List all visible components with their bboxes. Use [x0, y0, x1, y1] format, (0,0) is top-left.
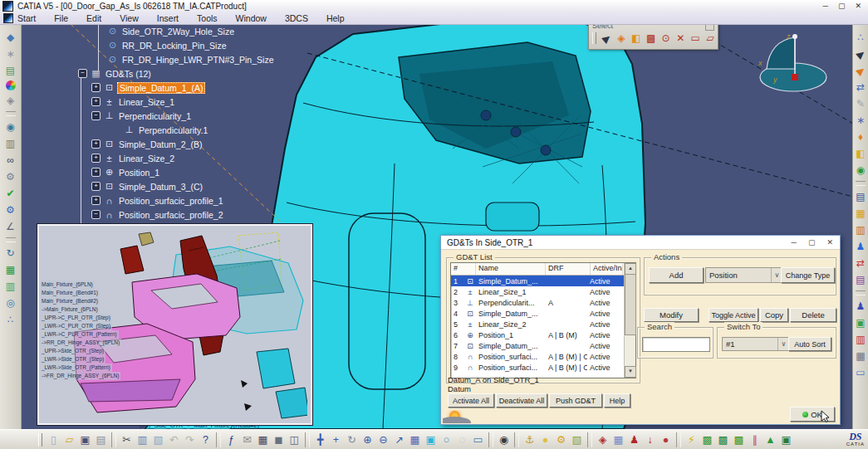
toolbar-grip[interactable] [592, 32, 596, 44]
tree-expander[interactable]: + [91, 182, 101, 191]
row-name[interactable]: Perpendicularit... [476, 299, 546, 307]
chart-view-icon[interactable]: ▥ [4, 280, 17, 293]
table-row[interactable]: 5 ± Linear_Size_2 Active [451, 319, 624, 329]
formula-icon[interactable]: ƒ [224, 432, 238, 447]
color-bars-icon[interactable]: ∥ [748, 432, 762, 447]
menu-item[interactable]: 3DCS [285, 13, 308, 23]
inset-tree-label[interactable]: _LWR->C_PLR_OTR_(Pattern) [40, 330, 119, 339]
dialog-close-button[interactable]: ✕ [826, 238, 833, 246]
inset-tree-label[interactable]: _LWR->Side_OTR_(Pattern) [40, 364, 112, 372]
tree-item[interactable]: − ∩ Position_surfacic_profile_2 [76, 207, 275, 222]
tree-item-label[interactable]: FR_DR_Hinge_LWR_PTN#3_Pin_Size [120, 55, 275, 65]
paste-icon[interactable]: ▧ [151, 432, 165, 447]
inset-tree-label[interactable]: _UPR->Side_OTR_(Step) [40, 347, 105, 355]
save-analysis-icon[interactable]: ↻ [4, 246, 17, 260]
chart-green-icon[interactable]: ▦ [4, 263, 17, 276]
toggle-active-button[interactable]: Toggle Active [709, 308, 758, 322]
tree-item-label[interactable]: Simple_Datum_3_(C) [117, 182, 204, 192]
tree-item-label[interactable]: Linear_Size_2 [117, 154, 176, 163]
import-icon[interactable]: ↓ [643, 432, 657, 447]
separator[interactable] [6, 237, 16, 242]
tree-item[interactable]: ⊙ Side_OTR_2Way_Hole_Size [76, 24, 275, 38]
table-scrollbar[interactable]: ▲ ▼ [624, 263, 635, 378]
selection-sets-icon[interactable]: ◈ [615, 32, 628, 45]
render-icon[interactable]: ▧ [570, 432, 584, 447]
quick-select-icon[interactable]: ◧ [630, 32, 643, 45]
whats-this-icon[interactable]: ? [199, 432, 213, 447]
tree-expander[interactable]: + [91, 139, 101, 149]
row-name[interactable]: Position_surfaci... [476, 364, 546, 372]
delete-button[interactable]: Delete [790, 308, 836, 322]
copy-icon[interactable]: ▥ [135, 432, 150, 447]
tree-expander[interactable]: − [91, 210, 101, 219]
separator[interactable] [587, 432, 592, 447]
copy-button[interactable]: Copy [760, 308, 788, 322]
table-row[interactable]: 2 ± Linear_Size_1 Active [451, 286, 624, 297]
scroll-up-icon[interactable]: ▲ [625, 263, 636, 275]
maximize-button[interactable]: ▢ [838, 2, 846, 10]
table-row[interactable]: 6 ⊕ Position_1 A | B (M) Active [451, 329, 624, 340]
box-select-icon[interactable]: ▭ [689, 32, 702, 45]
tools-icon[interactable]: ⚙ [4, 170, 17, 183]
inset-tree-label[interactable]: Main_Fixture_(Bend#1) [40, 289, 100, 297]
film-icon[interactable]: ▦ [854, 349, 867, 363]
tree-item-label[interactable]: RR_DR_Locking_Pin_Size [120, 41, 228, 51]
tree-item-label[interactable]: Simple_Datum_1_(A) [117, 82, 205, 94]
activate-all-button[interactable]: Activate All [448, 393, 494, 408]
tree-expander[interactable]: + [91, 83, 101, 92]
fit-all-icon[interactable]: ╋ [313, 432, 327, 447]
separator[interactable] [488, 432, 493, 447]
row-name[interactable]: Simple_Datum_... [476, 277, 546, 286]
row-name[interactable]: Linear_Size_2 [476, 320, 546, 329]
menu-item[interactable]: File [54, 13, 68, 23]
inset-tree-label[interactable]: _LWR->Side_OTR_(Step) [40, 355, 105, 364]
open-icon[interactable]: ▱ [62, 432, 76, 447]
row-name[interactable]: Position_1 [476, 331, 546, 339]
material-icon[interactable]: ▣ [854, 316, 867, 329]
table-row[interactable]: 1 ⊡ Simple_Datum_... Active [451, 276, 624, 286]
gears-icon[interactable]: ⚙ [4, 203, 17, 217]
tree-item[interactable]: + ∩ Position_surfacic_profile_1 [76, 193, 275, 207]
schematic-icon[interactable]: ▤ [854, 273, 867, 286]
gdt-type-dropdown[interactable]: Position ∨ [705, 267, 783, 283]
selection-filter-icon[interactable]: ▶ [851, 61, 868, 81]
tree-item[interactable]: + ± Linear_Size_1 [76, 95, 275, 109]
tree-item[interactable]: + ⊡ Simple_Datum_2_(B) [76, 137, 275, 151]
anchor-icon[interactable]: ⚓ [522, 432, 537, 447]
tree-expander[interactable]: − [91, 111, 101, 120]
mannequin-icon[interactable]: ♟ [854, 240, 867, 253]
row-name[interactable]: Simple_Datum_... [476, 310, 546, 318]
molecules-icon[interactable]: ∴ [854, 31, 867, 44]
molecules-icon[interactable]: ∴ [4, 313, 17, 326]
tree-item[interactable]: + ± Linear_Size_2 [76, 151, 275, 165]
tree-item-label[interactable]: Position_surfacic_profile_1 [117, 196, 225, 206]
inset-tree-label[interactable]: Main_Fixture_(Bend#2) [40, 297, 100, 305]
tree-item[interactable]: + ⊕ Position_1 [76, 165, 275, 179]
update-icon[interactable]: ◆ [4, 31, 17, 44]
cut-icon[interactable]: ✂ [120, 432, 134, 447]
cylinder-view-icon[interactable]: ○ [439, 432, 454, 447]
scroll-thumb[interactable] [625, 274, 636, 335]
lightning-icon[interactable]: ⚡ [684, 432, 699, 447]
separator[interactable] [676, 432, 681, 447]
separator[interactable] [305, 432, 310, 447]
select-arrow-icon[interactable]: ▶ [851, 45, 868, 64]
inset-tree-label[interactable]: ->Main_Fixture_(6PLN) [40, 305, 100, 314]
map-green-icon[interactable]: ▩ [700, 432, 714, 447]
vehicle-icon[interactable]: ▭ [854, 366, 867, 379]
color-blocks-icon[interactable]: ▥ [854, 223, 867, 237]
catalog-2d-icon[interactable]: ▥ [854, 333, 867, 346]
tree-item-label[interactable]: Perpendicularity_1 [117, 111, 193, 121]
multi-view-icon[interactable]: ▦ [408, 432, 422, 447]
chevron-down-icon[interactable]: ∨ [777, 338, 789, 350]
points-icon[interactable]: ∗ [4, 47, 17, 61]
tree-expander[interactable]: − [78, 69, 87, 78]
push-gdt-button[interactable]: Push GD&T [549, 393, 602, 408]
measure-icon[interactable]: ∠ [4, 220, 17, 233]
row-name[interactable]: Simple_Datum_... [476, 342, 546, 350]
select-arrow-icon[interactable]: ▶ [597, 29, 615, 47]
image-preview-icon[interactable]: ▤ [4, 64, 17, 77]
zoom-out-icon[interactable]: ⊖ [376, 432, 390, 447]
swap-arrows-icon[interactable]: ⇄ [854, 81, 867, 94]
row-name[interactable]: Position_surfaci... [476, 353, 546, 361]
